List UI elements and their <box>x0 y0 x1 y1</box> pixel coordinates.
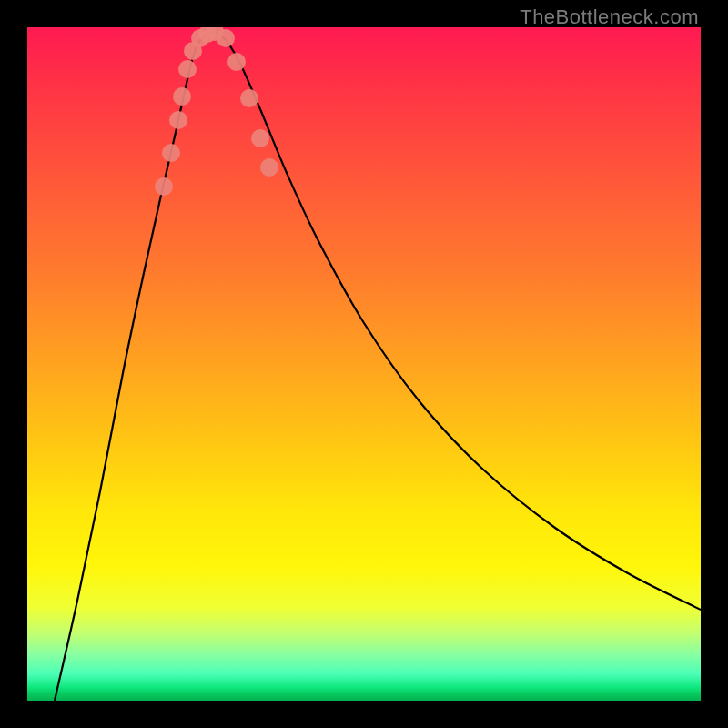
watermark-text: TheBottleneck.com <box>520 5 699 29</box>
chart-stage: TheBottleneck.com <box>0 0 728 728</box>
plot-area <box>27 27 701 701</box>
